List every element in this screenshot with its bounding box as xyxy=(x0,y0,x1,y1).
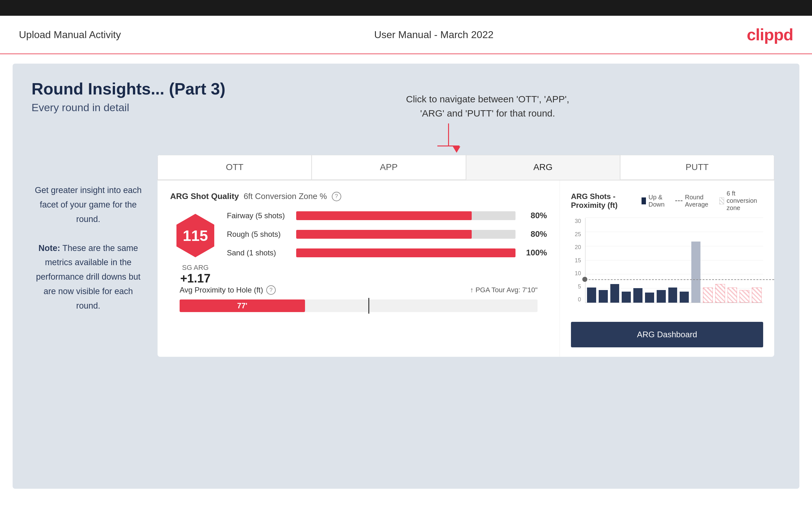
y-label-10: 10 xyxy=(575,270,581,277)
legend-items: Up & Down Round Average 6 ft conversion … xyxy=(642,190,763,212)
chart-bar-7 xyxy=(657,290,666,303)
legend-dashed-icon xyxy=(675,200,682,201)
insight-text-block: Get greater insight into each facet of y… xyxy=(32,183,145,313)
pga-avg-label: ↑ PGA Tour Avg: 7'10" xyxy=(470,286,538,294)
proximity-bar-container: 77' xyxy=(180,299,538,312)
chart-bar-h1 xyxy=(703,287,713,303)
y-label-0: 0 xyxy=(578,296,581,303)
tab-app[interactable]: APP xyxy=(312,155,466,180)
bars-container xyxy=(586,218,763,303)
chart-bar-1 xyxy=(587,287,596,303)
tab-ott[interactable]: OTT xyxy=(158,155,312,180)
y-label-30: 30 xyxy=(575,218,581,225)
help-icon[interactable]: ? xyxy=(332,192,341,201)
dashed-avg-line: 8 xyxy=(586,279,774,280)
shot-bar-sand xyxy=(296,248,515,257)
chart-bar-h2 xyxy=(715,284,725,303)
hexagon-badge: 115 xyxy=(176,214,214,257)
left-panel: ARG Shot Quality 6ft Conversion Zone % ?… xyxy=(158,180,560,357)
proximity-cursor xyxy=(368,298,369,314)
shot-row-sand: Sand (1 shots) 100% xyxy=(227,248,547,258)
shot-row-fairway: Fairway (5 shots) 80% xyxy=(227,211,547,220)
main-content: Round Insights... (Part 3) Every round i… xyxy=(13,64,799,489)
tabs-row: OTT APP ARG PUTT xyxy=(158,155,774,180)
arrow-vertical xyxy=(448,123,449,146)
shot-bar-rough xyxy=(296,230,515,239)
shot-percent-rough: 80% xyxy=(522,229,547,239)
proximity-bar-fill: 77' xyxy=(180,299,305,312)
chart-plot: 8 xyxy=(585,218,763,303)
section-header: ARG Shot Quality 6ft Conversion Zone % ? xyxy=(170,191,547,201)
legend-conversion-zone: 6 ft conversion zone xyxy=(719,190,763,212)
y-label-20: 20 xyxy=(575,244,581,251)
y-label-15: 15 xyxy=(575,257,581,264)
shot-label-rough: Rough (5 shots) xyxy=(227,230,290,239)
shot-percent-fairway: 80% xyxy=(522,211,547,220)
upload-activity-label: Upload Manual Activity xyxy=(19,29,121,41)
chart-y-axis: 30 25 20 15 10 5 0 xyxy=(571,218,583,303)
chart-bar-8 xyxy=(668,287,677,303)
chart-bar-2 xyxy=(599,290,608,303)
chart-bar-h4 xyxy=(740,290,749,303)
card-body: ARG Shot Quality 6ft Conversion Zone % ?… xyxy=(158,180,774,357)
footer: Copyright Clippd 2021 xyxy=(0,498,812,507)
conversion-zone-label: 6ft Conversion Zone % xyxy=(244,191,327,201)
chart-bar-4 xyxy=(622,292,631,303)
shot-label-sand: Sand (1 shots) xyxy=(227,248,290,257)
left-panel-inner: 115 SG ARG +1.17 Fairway (5 shots) 80% xyxy=(170,211,547,285)
user-manual-label: User Manual - March 2022 xyxy=(374,29,494,41)
chart-title: ARG Shots - Proximity (ft) xyxy=(571,192,635,210)
proximity-section: Avg Proximity to Hole (ft) ? ↑ PGA Tour … xyxy=(170,285,547,322)
y-label-5: 5 xyxy=(578,283,581,290)
right-panel: ARG Shots - Proximity (ft) Up & Down Rou… xyxy=(560,180,774,357)
tab-arg[interactable]: ARG xyxy=(466,155,620,180)
legend-square-icon xyxy=(642,198,646,204)
shot-label-fairway: Fairway (5 shots) xyxy=(227,211,290,220)
chart-bar-h5 xyxy=(752,287,762,303)
chart-bar-9 xyxy=(680,292,689,303)
chart-area: 30 25 20 15 10 5 0 xyxy=(571,218,763,313)
chart-header: ARG Shots - Proximity (ft) Up & Down Rou… xyxy=(571,190,763,212)
chart-bar-6 xyxy=(645,292,654,303)
tab-putt[interactable]: PUTT xyxy=(620,155,774,180)
proximity-label: Avg Proximity to Hole (ft) ? xyxy=(180,285,276,295)
chart-bar-3 xyxy=(610,284,619,303)
dashboard-card: OTT APP ARG PUTT ARG Shot Quality 6ft Co… xyxy=(158,155,774,357)
header: Upload Manual Activity User Manual - Mar… xyxy=(0,16,812,54)
clippd-logo: clippd xyxy=(747,25,793,44)
legend-up-down: Up & Down xyxy=(642,194,669,208)
arg-dashboard-button[interactable]: ARG Dashboard xyxy=(571,322,763,347)
shot-quality-label: ARG Shot Quality xyxy=(170,191,239,201)
arrow-annotation xyxy=(437,123,459,153)
shot-rows-column: Fairway (5 shots) 80% Rough (5 shots) xyxy=(227,211,547,285)
shot-bar-fairway xyxy=(296,211,515,220)
y-label-25: 25 xyxy=(575,231,581,238)
arrow-head xyxy=(453,147,460,153)
shot-bar-fill-rough xyxy=(296,230,472,239)
hex-sg-column: 115 SG ARG +1.17 xyxy=(170,211,220,285)
chart-bar-tall xyxy=(691,241,701,303)
shot-bar-fill-sand xyxy=(296,248,515,257)
legend-hatched-icon xyxy=(719,198,724,204)
shot-bar-fill-fairway xyxy=(296,211,472,220)
chart-bar-h3 xyxy=(727,287,737,303)
proximity-bar-label: 77' xyxy=(237,301,247,310)
shot-percent-sand: 100% xyxy=(522,248,547,258)
sg-value: +1.17 xyxy=(180,272,210,285)
proximity-header: Avg Proximity to Hole (ft) ? ↑ PGA Tour … xyxy=(180,285,538,295)
chart-bar-5 xyxy=(633,288,643,303)
shot-row-rough: Rough (5 shots) 80% xyxy=(227,229,547,239)
sg-label: SG ARG xyxy=(182,264,209,272)
proximity-help-icon[interactable]: ? xyxy=(266,285,276,295)
top-bar xyxy=(0,0,812,16)
legend-round-avg: Round Average xyxy=(675,194,713,208)
hex-value: 115 xyxy=(183,227,208,244)
nav-annotation: Click to navigate between 'OTT', 'APP', … xyxy=(406,92,569,120)
